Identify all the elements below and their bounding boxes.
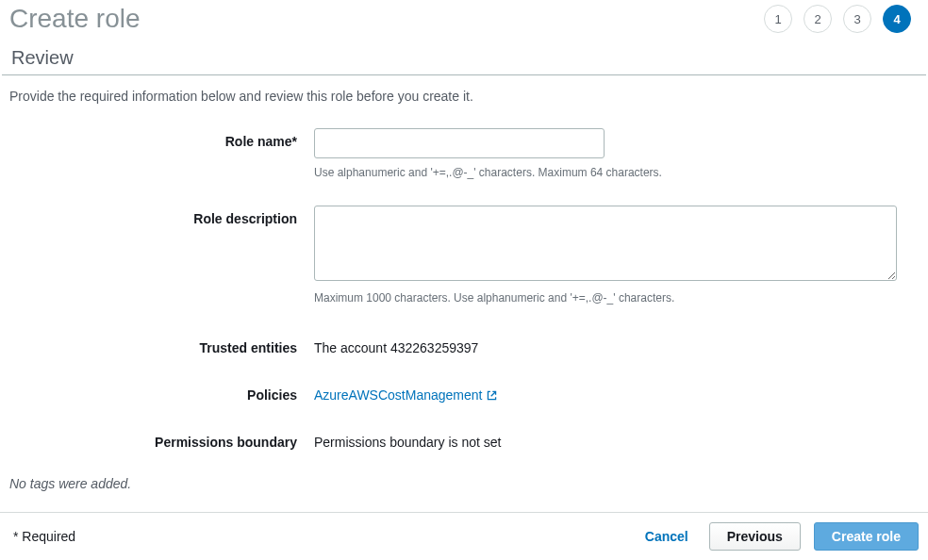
policy-link[interactable]: AzureAWSCostManagement — [314, 387, 498, 403]
label-permissions-boundary: Permissions boundary — [9, 429, 314, 450]
footer-actions: Cancel Previous Create role — [638, 522, 919, 551]
label-trusted-entities: Trusted entities — [9, 335, 314, 355]
external-link-icon — [486, 389, 498, 402]
form: Role name* Use alphanumeric and '+=,.@-_… — [0, 121, 928, 450]
required-note: * Required — [13, 529, 75, 544]
row-role-description: Role description — [9, 206, 919, 284]
label-role-description: Role description — [9, 206, 314, 226]
role-name-input[interactable] — [314, 128, 605, 158]
value-trusted-entities: The account 432263259397 — [314, 335, 919, 355]
helper-role-description: Maximum 1000 characters. Use alphanumeri… — [314, 291, 919, 305]
step-3[interactable]: 3 — [843, 5, 871, 33]
cancel-button[interactable]: Cancel — [638, 523, 696, 550]
step-1[interactable]: 1 — [764, 5, 792, 33]
step-4[interactable]: 4 — [883, 5, 911, 33]
row-role-name: Role name* — [9, 128, 919, 158]
footer: * Required Cancel Previous Create role — [0, 512, 928, 560]
label-policies: Policies — [9, 382, 314, 403]
page-title: Create role — [9, 4, 141, 34]
role-description-input[interactable] — [314, 206, 897, 281]
row-policies: Policies AzureAWSCostManagement — [9, 382, 919, 403]
section-intro: Provide the required information below a… — [0, 75, 928, 121]
stepper: 1 2 3 4 — [764, 5, 919, 33]
step-2[interactable]: 2 — [804, 5, 832, 33]
previous-button[interactable]: Previous — [709, 522, 801, 551]
create-role-button[interactable]: Create role — [814, 522, 919, 551]
row-trusted-entities: Trusted entities The account 43226325939… — [9, 335, 919, 355]
row-permissions-boundary: Permissions boundary Permissions boundar… — [9, 429, 919, 450]
tags-note: No tags were added. — [0, 476, 928, 502]
header: Create role 1 2 3 4 — [0, 4, 928, 34]
helper-role-name: Use alphanumeric and '+=,.@-_' character… — [314, 166, 919, 179]
section-title: Review — [2, 34, 926, 75]
label-role-name: Role name* — [9, 128, 314, 149]
value-permissions-boundary: Permissions boundary is not set — [314, 429, 919, 450]
policy-link-text: AzureAWSCostManagement — [314, 387, 482, 403]
